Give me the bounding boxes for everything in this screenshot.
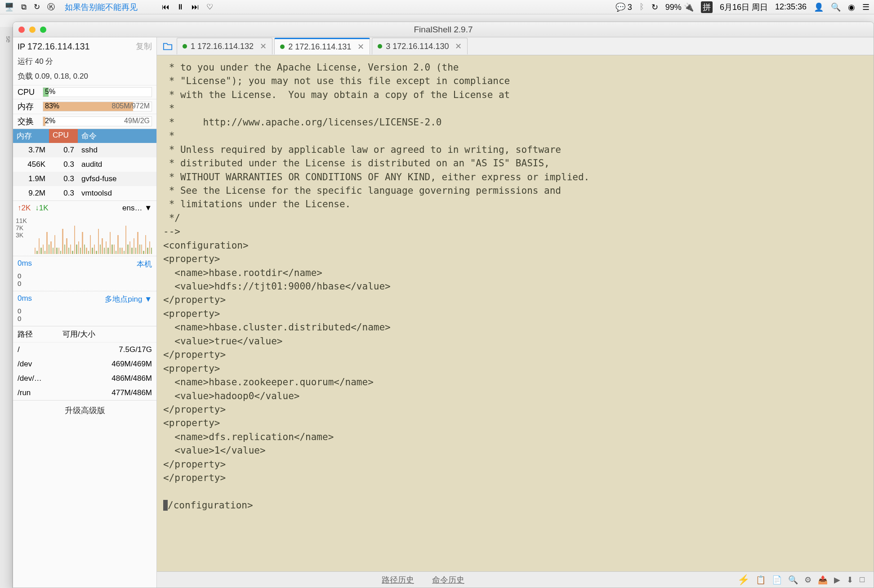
monitor-icon[interactable]: 🖥️ xyxy=(4,2,14,12)
close-tab-icon[interactable]: ✕ xyxy=(455,41,462,51)
mem-detail: 805M/972M xyxy=(112,102,150,110)
ime-indicator[interactable]: 拼 xyxy=(701,1,713,13)
terminal-content: * to you under the Apache License, Versi… xyxy=(163,62,589,483)
mem-label: 内存 xyxy=(18,101,39,112)
prev-track-icon[interactable]: ⏮ xyxy=(162,3,169,12)
mem-percent: 83% xyxy=(45,102,59,110)
siri-icon[interactable]: ◉ xyxy=(848,2,855,12)
latency-local: 0ms 本机 xyxy=(13,256,156,272)
latency-multi-label[interactable]: 多地点ping ▼ xyxy=(105,294,152,304)
time[interactable]: 12:35:36 xyxy=(775,2,807,12)
user-icon[interactable]: 👤 xyxy=(814,2,824,12)
close-tab-icon[interactable]: ✕ xyxy=(357,42,364,52)
latency-local-time: 0ms xyxy=(18,259,32,269)
mem-row: 内存 83%805M/972M xyxy=(13,99,156,114)
disk-header-size[interactable]: 可用/大小 xyxy=(62,329,95,339)
ip-label: IP xyxy=(18,42,25,51)
load-label: 负载 xyxy=(18,72,33,80)
table-row[interactable]: 9.2M0.3vmtoolsd xyxy=(13,186,156,200)
disk-header-path[interactable]: 路径 xyxy=(18,329,62,339)
left-edge-panel: se xyxy=(0,27,13,588)
network-stats: ↑2K ↓1K ens… ▼ xyxy=(13,200,156,215)
table-row[interactable]: /7.5G/17G xyxy=(13,343,156,357)
table-row[interactable]: 1.9M0.3gvfsd-fuse xyxy=(13,172,156,186)
cpu-row: CPU 5% xyxy=(13,85,156,99)
download-rate: ↓1K xyxy=(35,204,48,213)
heart-icon[interactable]: ♡ xyxy=(206,2,213,12)
close-tab-icon[interactable]: ✕ xyxy=(260,41,267,51)
titlebar[interactable]: FinalShell 2.9.7 xyxy=(13,22,874,37)
cursor xyxy=(163,500,168,511)
close-button[interactable] xyxy=(18,27,25,33)
copy-icon[interactable]: 📋 xyxy=(756,575,766,585)
swap-row: 交换 2%49M/2G xyxy=(13,114,156,129)
proc-header-cpu[interactable]: CPU xyxy=(49,129,78,143)
notifications-icon[interactable]: ☰ xyxy=(862,2,870,12)
date[interactable]: 6月16日 周日 xyxy=(720,2,768,13)
folder-icon[interactable] xyxy=(161,40,175,53)
refresh-icon[interactable]: ↻ xyxy=(34,2,40,12)
table-row[interactable]: 456K0.3auditd xyxy=(13,157,156,172)
latency-local-label[interactable]: 本机 xyxy=(137,259,152,269)
table-row[interactable]: /dev469M/469M xyxy=(13,357,156,371)
minimize-button[interactable] xyxy=(29,27,36,33)
time-machine-icon[interactable]: ↻ xyxy=(651,2,658,12)
network-chart: 11K7K3K xyxy=(13,215,156,256)
load-value: 0.09, 0.18, 0.20 xyxy=(35,72,88,80)
tab-2[interactable]: 2 172.16.114.131✕ xyxy=(274,38,370,54)
swap-label: 交换 xyxy=(18,116,39,127)
now-playing[interactable]: 如果告别能不能再见 xyxy=(65,2,138,13)
cpu-percent: 5% xyxy=(45,88,55,96)
lightning-icon[interactable]: ⚡ xyxy=(737,574,749,586)
export-icon[interactable]: 📤 xyxy=(818,575,828,585)
window-controls xyxy=(18,27,46,33)
disk-table: 路径 可用/大小 /7.5G/17G/dev469M/469M/dev/…486… xyxy=(13,326,156,400)
cpu-label: CPU xyxy=(18,88,39,97)
swap-percent: 2% xyxy=(45,117,55,125)
status-dot-icon xyxy=(183,44,187,49)
stop-icon[interactable]: □ xyxy=(860,575,865,584)
latency-multi: 0ms 多地点ping ▼ xyxy=(13,291,156,307)
path-history-button[interactable]: 路径历史 xyxy=(382,575,414,585)
upload-rate: ↑2K xyxy=(18,204,31,213)
status-dot-icon xyxy=(378,44,382,49)
play-icon[interactable]: ▶ xyxy=(834,575,840,585)
ip-value: 172.16.114.131 xyxy=(27,41,90,51)
duplicate-icon[interactable]: ⧉ xyxy=(21,3,27,12)
upgrade-button[interactable]: 升级高级版 xyxy=(13,400,156,420)
latency-multi-time: 0ms xyxy=(18,294,32,304)
uptime: 运行 40 分 xyxy=(13,55,156,70)
table-row[interactable]: 3.7M0.7sshd xyxy=(13,143,156,157)
macos-menubar: 🖥️ ⧉ ↻ Ⓚ 如果告别能不能再见 ⏮ ⏸ ⏭ ♡ 💬 3 ᛒ ↻ 99% 🔌… xyxy=(0,0,874,14)
download-icon[interactable]: ⬇ xyxy=(847,575,853,585)
menubar-left-icons: 🖥️ ⧉ ↻ Ⓚ xyxy=(4,2,55,12)
proc-header-mem[interactable]: 内存 xyxy=(13,129,49,143)
pause-icon[interactable]: ⏸ xyxy=(177,3,184,12)
next-track-icon[interactable]: ⏭ xyxy=(192,3,199,12)
sidebar: IP 172.16.114.131 复制 运行 40 分 负载 0.09, 0.… xyxy=(13,37,157,588)
table-row[interactable]: /dev/…486M/486M xyxy=(13,371,156,386)
media-controls: ⏮ ⏸ ⏭ ♡ xyxy=(162,2,213,12)
search-icon[interactable]: 🔍 xyxy=(788,575,798,585)
battery-status[interactable]: 99% 🔌 xyxy=(665,2,694,12)
swap-detail: 49M/2G xyxy=(124,117,150,125)
tab-3[interactable]: 3 172.16.114.130✕ xyxy=(372,38,468,54)
terminal[interactable]: * to you under the Apache License, Versi… xyxy=(157,55,874,571)
table-row[interactable]: /run477M/486M xyxy=(13,386,156,400)
kugou-icon[interactable]: Ⓚ xyxy=(47,2,55,12)
settings-icon[interactable]: ⚙ xyxy=(804,575,812,585)
iface-select[interactable]: ens… ▼ xyxy=(122,204,152,213)
cmd-history-button[interactable]: 命令历史 xyxy=(432,575,464,585)
process-table: 内存 CPU 命令 3.7M0.7sshd456K0.3auditd1.9M0.… xyxy=(13,129,156,200)
paste-icon[interactable]: 📄 xyxy=(772,575,782,585)
maximize-button[interactable] xyxy=(40,27,46,33)
wechat-icon[interactable]: 💬 3 xyxy=(615,2,632,12)
bluetooth-icon[interactable]: ᛒ xyxy=(639,2,644,12)
copy-button[interactable]: 复制 xyxy=(136,41,152,52)
tab-1[interactable]: 1 172.16.114.132✕ xyxy=(177,38,272,54)
statusbar: 路径历史 命令历史 ⚡ 📋 📄 🔍 ⚙ 📤 ▶ ⬇ □ xyxy=(157,571,874,588)
proc-header-cmd[interactable]: 命令 xyxy=(78,129,156,143)
finalshell-window: FinalShell 2.9.7 IP 172.16.114.131 复制 运行… xyxy=(13,22,874,588)
spotlight-icon[interactable]: 🔍 xyxy=(831,2,841,12)
tabs-bar: 1 172.16.114.132✕2 172.16.114.131✕3 172.… xyxy=(157,37,874,55)
